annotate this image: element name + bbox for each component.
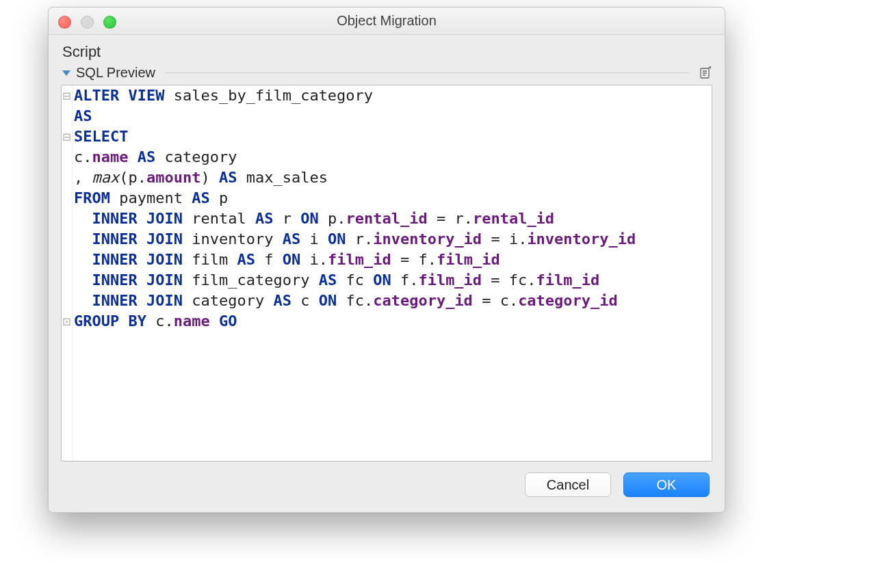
window-controls <box>58 16 116 29</box>
sql-preview-header[interactable]: SQL Preview <box>61 65 712 85</box>
edit-document-icon[interactable] <box>699 66 712 80</box>
object-migration-dialog: Object Migration Script SQL Preview ⊟ ⊟ <box>48 7 725 513</box>
zoom-window-icon[interactable] <box>103 16 116 29</box>
close-window-icon[interactable] <box>58 16 71 29</box>
window-title: Object Migration <box>49 13 725 29</box>
cancel-button[interactable]: Cancel <box>525 472 611 497</box>
disclosure-triangle-icon[interactable] <box>62 70 70 76</box>
titlebar: Object Migration <box>49 8 725 35</box>
code-gutter: ⊟ ⊟ ⊡ <box>62 85 73 461</box>
minimize-window-icon[interactable] <box>81 16 94 29</box>
sql-code[interactable]: ALTER VIEW sales_by_film_category AS SEL… <box>73 85 712 461</box>
section-script-label: Script <box>61 43 712 65</box>
dialog-button-row: Cancel OK <box>49 468 725 512</box>
sql-code-editor[interactable]: ⊟ ⊟ ⊡ ALTER VIEW sales_by_film_category … <box>61 85 712 462</box>
divider <box>165 72 689 73</box>
ok-button[interactable]: OK <box>623 472 710 497</box>
sql-preview-label: SQL Preview <box>76 65 155 81</box>
dialog-content: Script SQL Preview ⊟ ⊟ ⊡ ALTER VIE <box>49 35 725 468</box>
